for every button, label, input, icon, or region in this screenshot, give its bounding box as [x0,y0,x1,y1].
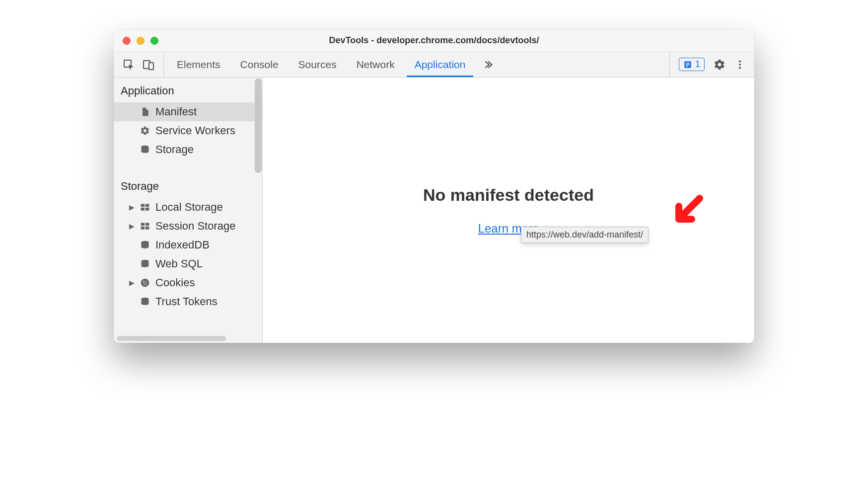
sidebar-item-label: Trust Tokens [155,295,217,308]
svg-rect-12 [145,204,149,207]
kebab-menu-icon[interactable] [734,59,745,70]
toolbar-left [114,52,164,77]
sidebar-item-local-storage[interactable]: ▶ Local Storage [114,198,262,217]
svg-point-9 [739,67,741,69]
svg-point-23 [145,281,146,282]
devtools-window: DevTools - developer.chrome.com/docs/dev… [114,30,754,343]
svg-rect-18 [145,227,149,230]
window-title: DevTools - developer.chrome.com/docs/dev… [329,35,539,46]
database-icon [140,240,150,250]
more-tabs-button[interactable] [475,52,500,77]
issues-count: 1 [695,59,700,70]
svg-rect-17 [141,227,145,230]
svg-point-7 [739,60,741,62]
section-application-title: Application [114,78,262,102]
document-icon [140,107,150,117]
chevron-right-icon[interactable]: ▶ [129,279,135,287]
tab-console[interactable]: Console [230,52,289,77]
svg-point-22 [143,281,145,282]
close-window-button[interactable] [123,37,131,45]
section-storage-title: Storage [114,173,262,198]
svg-rect-14 [145,208,149,211]
tab-sources[interactable]: Sources [289,52,347,77]
sidebar-item-session-storage[interactable]: ▶ Session Storage [114,217,262,236]
window-titlebar: DevTools - developer.chrome.com/docs/dev… [114,30,754,52]
chevron-right-icon[interactable]: ▶ [129,222,135,230]
sidebar-item-cookies[interactable]: ▶ Cookies [114,273,262,292]
grid-icon [140,202,150,212]
sidebar-horizontal-scrollbar[interactable] [117,336,226,341]
svg-rect-6 [686,66,688,67]
database-icon [140,145,150,155]
sidebar-item-manifest[interactable]: Manifest [114,102,262,121]
sidebar-item-trust-tokens[interactable]: Trust Tokens [114,292,262,311]
minimize-window-button[interactable] [137,37,145,45]
database-icon [140,259,150,269]
sidebar-item-label: IndexedDB [155,239,210,251]
sidebar-item-indexeddb[interactable]: IndexedDB [114,236,262,254]
svg-rect-2 [149,63,153,70]
sidebar-item-service-workers[interactable]: Service Workers [114,121,262,140]
sidebar-item-label: Local Storage [155,201,223,214]
main-panel: No manifest detected Learn more https://… [263,78,754,343]
svg-point-8 [739,63,741,65]
sidebar-item-label: Web SQL [155,257,203,270]
tab-network[interactable]: Network [347,52,405,77]
annotation-arrow-icon [670,194,705,231]
inspect-element-icon[interactable] [123,59,135,71]
grid-icon [140,221,150,231]
svg-point-24 [144,283,145,284]
sidebar-item-label: Manifest [155,105,197,118]
application-sidebar: Application Manifest Service Workers [114,78,263,343]
issues-counter[interactable]: 1 [679,58,705,71]
devtools-toolbar: Elements Console Sources Network Applica… [114,52,754,78]
tab-elements[interactable]: Elements [167,52,230,77]
svg-point-25 [146,284,147,285]
zoom-window-button[interactable] [150,37,158,45]
svg-rect-5 [686,64,690,65]
traffic-lights [123,37,158,45]
tab-application[interactable]: Application [405,52,476,77]
gear-icon [140,126,150,136]
panel-tabs: Elements Console Sources Network Applica… [164,52,669,77]
sidebar-item-label: Cookies [155,276,195,289]
settings-icon[interactable] [714,59,725,71]
empty-state-heading: No manifest detected [423,185,594,205]
device-toggle-icon[interactable] [143,59,154,71]
svg-rect-11 [141,204,145,207]
sidebar-scrollbar[interactable] [255,79,262,173]
link-url-tooltip: https://web.dev/add-manifest/ [521,227,649,243]
sidebar-item-label: Session Storage [155,220,235,233]
toolbar-right: 1 [669,52,754,77]
cookie-icon [140,278,150,288]
svg-rect-13 [141,208,145,211]
sidebar-item-label: Service Workers [155,124,235,137]
sidebar-item-websql[interactable]: Web SQL [114,254,262,273]
panel-body: Application Manifest Service Workers [114,78,754,343]
svg-rect-15 [141,223,145,226]
svg-rect-4 [686,63,690,64]
sidebar-item-storage[interactable]: Storage [114,140,262,159]
svg-point-21 [141,279,149,287]
database-icon [140,297,150,307]
sidebar-item-label: Storage [155,143,194,156]
chevron-right-icon[interactable]: ▶ [129,203,135,211]
svg-rect-16 [145,223,149,226]
